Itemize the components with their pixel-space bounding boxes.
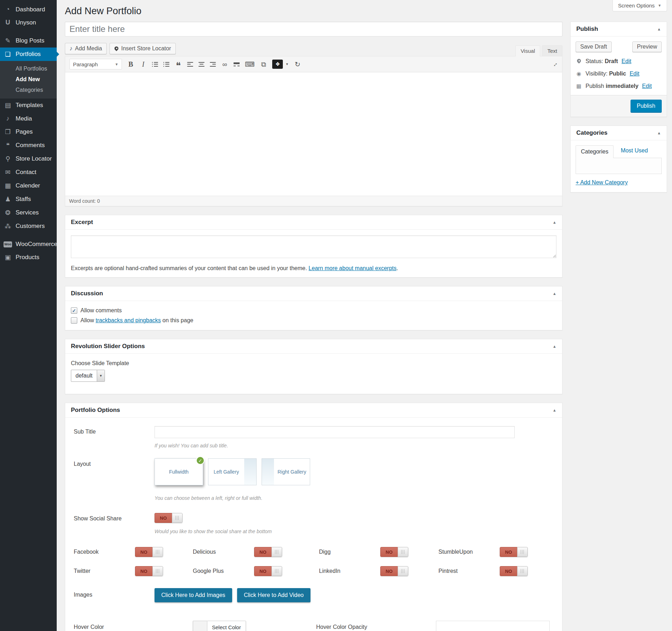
collapse-panel-icon[interactable]: ▲ — [553, 220, 556, 224]
collapse-panel-icon[interactable]: ▲ — [553, 344, 556, 348]
gallery-icon[interactable]: ⧉ — [260, 61, 267, 68]
add-media-button[interactable]: ♪ Add Media — [65, 43, 107, 54]
sidebar-item-unyson[interactable]: U Unyson — [0, 16, 57, 29]
fullscreen-icon[interactable]: ↔ — [550, 60, 559, 69]
bold-icon[interactable]: B — [127, 61, 134, 68]
sidebar-item-media[interactable]: ♪ Media — [0, 112, 57, 125]
blockquote-icon[interactable]: ❝ — [175, 60, 182, 69]
allow-comments-checkbox[interactable]: ✓ — [71, 307, 77, 314]
screen-options-label: Screen Options — [618, 2, 655, 9]
chevron-down-icon[interactable]: ▼ — [285, 62, 289, 66]
slide-template-value: default — [71, 370, 97, 381]
comments-icon: ❝ — [4, 141, 12, 149]
sidebar-item-customers[interactable]: ⁂ Customers — [0, 219, 57, 233]
allow-suffix: on this page — [162, 317, 193, 323]
collapse-panel-icon[interactable]: ▲ — [553, 291, 556, 296]
status-text: Status: Draft — [586, 58, 618, 65]
toggle-no-label: NO — [135, 547, 152, 557]
hover-color-picker: Select Color — [193, 621, 246, 631]
slide-template-select[interactable]: default ▼ — [71, 370, 105, 382]
post-title-input[interactable] — [65, 22, 562, 37]
insert-link-icon[interactable]: ∞ — [221, 61, 228, 68]
allow-trackbacks-checkbox[interactable] — [71, 317, 77, 324]
select-color-button[interactable]: Select Color — [207, 621, 246, 631]
align-right-icon[interactable] — [210, 62, 216, 67]
excerpt-textarea[interactable] — [71, 235, 556, 258]
screen-options-button[interactable]: Screen Options ▼ — [612, 0, 667, 11]
sidebar-item-store-locator[interactable]: ⚲ Store Locator — [0, 152, 57, 166]
visual-composer-icon[interactable]: ❖ — [272, 60, 283, 69]
stumbleupon-label: StumbleUpon — [438, 549, 500, 555]
trackbacks-link[interactable]: trackbacks and pingbacks — [96, 317, 161, 323]
sidebar-item-blog-posts[interactable]: ✎ Blog Posts — [0, 34, 57, 48]
allow-comments-label: Allow comments — [80, 307, 122, 314]
google-plus-toggle[interactable]: NO — [254, 566, 282, 576]
align-center-icon[interactable] — [198, 62, 205, 67]
align-left-icon[interactable] — [187, 62, 193, 67]
sidebar-item-calender[interactable]: ▦ Calender — [0, 179, 57, 192]
slide-template-label: Choose Slide Template — [71, 360, 556, 367]
color-swatch[interactable] — [193, 621, 207, 631]
hover-opacity-input[interactable] — [436, 621, 550, 631]
sidebar-item-staffs[interactable]: ♟ Staffs — [0, 192, 57, 206]
manual-excerpts-link[interactable]: Learn more about manual excerpts — [309, 265, 397, 271]
sidebar-item-services[interactable]: ❂ Services — [0, 206, 57, 219]
edit-visibility-link[interactable]: Edit — [629, 71, 639, 77]
sidebar-item-dashboard[interactable]: ◔ Dashboard — [0, 3, 57, 16]
stumbleupon-toggle[interactable]: NO — [500, 547, 528, 557]
add-video-button[interactable]: Click Here to Add Video — [237, 588, 310, 602]
sidebar-item-comments[interactable]: ❝ Comments — [0, 139, 57, 152]
sidebar-item-label: Contact — [16, 169, 37, 176]
collapse-panel-icon[interactable]: ▲ — [657, 27, 661, 31]
preview-button[interactable]: Preview — [632, 41, 662, 52]
tab-text[interactable]: Text — [542, 45, 562, 56]
tab-visual[interactable]: Visual — [515, 45, 541, 56]
insert-store-locator-button[interactable]: Insert Store Locator — [110, 43, 176, 54]
sidebar-item-woocommerce[interactable]: Woo WooCommerce — [0, 238, 57, 251]
sub-title-input[interactable] — [155, 426, 515, 438]
italic-icon[interactable]: I — [140, 61, 147, 68]
sidebar-item-add-new[interactable]: Add New — [0, 74, 57, 85]
show-social-share-toggle[interactable]: NO — [155, 513, 183, 523]
paragraph-format-select[interactable]: Paragraph ▼ — [69, 59, 122, 69]
pintrest-toggle[interactable]: NO — [500, 566, 528, 576]
numbered-list-icon[interactable] — [163, 62, 169, 67]
add-new-category-link[interactable]: + Add New Category — [576, 179, 628, 186]
delicious-toggle[interactable]: NO — [254, 547, 282, 557]
sidebar-item-pages[interactable]: ❐ Pages — [0, 125, 57, 139]
layout-option-left-gallery[interactable]: Left Gallery — [208, 458, 257, 485]
sidebar-item-portfolio-categories[interactable]: Categories — [0, 85, 57, 95]
collapse-panel-icon[interactable]: ▲ — [657, 131, 661, 135]
sidebar-item-label: Pages — [16, 128, 33, 135]
visibility-text: Visibility: Public — [586, 71, 626, 77]
edit-schedule-link[interactable]: Edit — [642, 83, 652, 89]
sidebar-item-contact[interactable]: ✉ Contact — [0, 166, 57, 179]
delicious-label: Delicious — [193, 549, 254, 555]
layout-hint: You can choose between a left, right or … — [155, 495, 562, 501]
linkedin-toggle[interactable]: NO — [380, 566, 408, 576]
sidebar-item-portfolios[interactable]: ❏ Portfolios — [0, 48, 57, 61]
editor-content-area[interactable] — [65, 72, 562, 196]
twitter-toggle[interactable]: NO — [135, 566, 163, 576]
refresh-icon[interactable]: ↻ — [294, 61, 301, 68]
layout-option-right-gallery[interactable]: Right Gallery — [262, 458, 310, 485]
tab-most-used[interactable]: Most Used — [621, 147, 648, 158]
add-images-button[interactable]: Click Here to Add Images — [155, 588, 232, 602]
read-more-icon[interactable] — [234, 62, 240, 66]
layout-option-fullwidth[interactable]: Fullwidth ✓ — [155, 458, 203, 485]
sidebar-item-all-portfolios[interactable]: All Portfolios — [0, 63, 57, 74]
keyboard-shortcuts-icon[interactable]: ⌨ — [245, 61, 254, 68]
collapse-panel-icon[interactable]: ▲ — [553, 408, 556, 412]
edit-status-link[interactable]: Edit — [622, 58, 632, 65]
toggle-handle — [271, 566, 282, 576]
sidebar-item-products[interactable]: ▣ Products — [0, 251, 57, 264]
sidebar-item-templates[interactable]: ▤ Templates — [0, 99, 57, 112]
category-checklist[interactable] — [576, 158, 662, 174]
publish-button[interactable]: Publish — [631, 100, 662, 112]
save-draft-button[interactable]: Save Draft — [576, 41, 612, 52]
admin-sidebar: ◔ Dashboard U Unyson ✎ Blog Posts ❏ Port… — [0, 0, 57, 631]
tab-all-categories[interactable]: Categories — [576, 145, 614, 158]
digg-toggle[interactable]: NO — [380, 547, 408, 557]
bulleted-list-icon[interactable] — [152, 62, 158, 67]
facebook-toggle[interactable]: NO — [135, 547, 163, 557]
